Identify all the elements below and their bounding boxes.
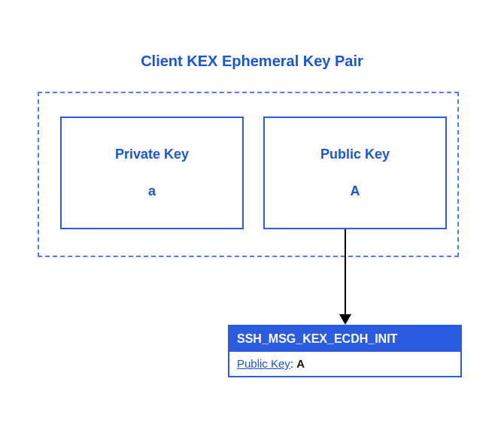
diagram-title: Client KEX Ephemeral Key Pair — [38, 53, 466, 70]
message-colon: : — [290, 357, 296, 370]
public-key-value: A — [265, 183, 445, 199]
public-key-label: Public Key — [265, 147, 445, 162]
arrow-line — [345, 229, 346, 315]
arrow-head-icon — [339, 314, 351, 325]
message-field-value: A — [296, 357, 305, 370]
private-key-box: Private Key a — [60, 117, 244, 229]
message-field-label: Public Key — [237, 357, 290, 370]
private-key-value: a — [62, 183, 242, 199]
public-key-box: Public Key A — [263, 117, 447, 229]
message-body: Public Key: A — [229, 352, 460, 375]
private-key-label: Private Key — [62, 147, 242, 162]
message-box: SSH_MSG_KEX_ECDH_INIT Public Key: A — [228, 325, 462, 377]
message-header: SSH_MSG_KEX_ECDH_INIT — [229, 326, 460, 352]
diagram-canvas: Client KEX Ephemeral Key Pair Private Ke… — [0, 0, 504, 430]
